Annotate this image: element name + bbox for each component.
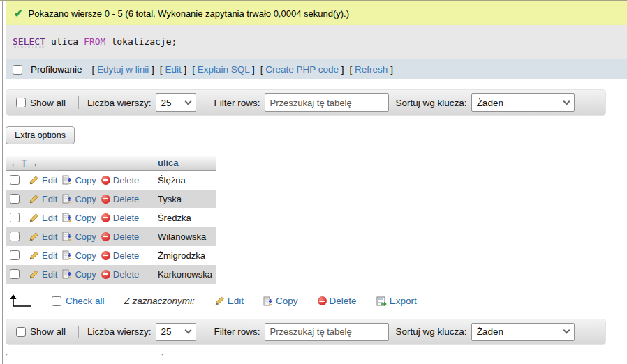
row-edit-button[interactable]: Edit bbox=[29, 232, 57, 242]
row-edit-button[interactable]: Edit bbox=[29, 250, 57, 261]
rows-count-label: Liczba wierszy: bbox=[87, 326, 152, 337]
selected-delete-button[interactable]: Delete bbox=[318, 296, 357, 306]
cell-ulica: Wilanowska bbox=[154, 227, 216, 246]
selected-copy-button[interactable]: Copy bbox=[263, 296, 298, 306]
bottom-filter-bar: Show all Liczba wierszy: 25 Filter rows:… bbox=[6, 319, 606, 345]
chevron-down-icon bbox=[184, 98, 191, 105]
profiling-link[interactable]: Edit bbox=[163, 64, 184, 75]
row-checkbox[interactable] bbox=[10, 250, 20, 260]
delete-icon bbox=[101, 232, 110, 241]
row-copy-button[interactable]: Copy bbox=[62, 194, 96, 204]
column-header-ulica[interactable]: ulica bbox=[154, 156, 216, 171]
filter-rows-label: Filter rows: bbox=[214, 326, 260, 337]
success-check-icon: ✔ bbox=[14, 7, 23, 20]
selected-export-button[interactable]: Export bbox=[376, 296, 417, 306]
pencil-icon bbox=[214, 296, 225, 306]
row-checkbox[interactable] bbox=[10, 213, 20, 222]
row-delete-button[interactable]: Delete bbox=[101, 232, 140, 242]
delete-icon bbox=[101, 176, 110, 185]
profiling-checkbox[interactable] bbox=[13, 65, 22, 75]
row-copy-button[interactable]: Copy bbox=[62, 175, 96, 185]
delete-icon bbox=[101, 251, 110, 260]
pencil-icon bbox=[29, 232, 39, 242]
row-delete-button[interactable]: Delete bbox=[101, 213, 140, 223]
row-delete-button[interactable]: Delete bbox=[101, 194, 140, 204]
table-row: EditCopyDeleteTyska bbox=[6, 190, 216, 208]
profiling-link[interactable]: Refresh bbox=[352, 64, 390, 75]
sort-key-select[interactable]: Żaden bbox=[471, 323, 575, 341]
check-all-checkbox[interactable] bbox=[52, 296, 61, 306]
row-copy-button[interactable]: Copy bbox=[62, 269, 96, 280]
divider bbox=[78, 326, 79, 338]
copy-icon bbox=[62, 194, 72, 204]
success-message-text: Pokazano wiersze 0 - 5 (6 total, Wykonan… bbox=[29, 8, 349, 19]
sql-query-box: SELECTulicaFROMlokalizacje; bbox=[6, 25, 627, 59]
cell-ulica: Żmigrodzka bbox=[154, 246, 216, 265]
row-edit-button[interactable]: Edit bbox=[29, 269, 57, 280]
pencil-icon bbox=[29, 269, 39, 280]
pencil-icon bbox=[29, 175, 39, 185]
sort-key-value: Żaden bbox=[477, 326, 503, 337]
results-table: ←T→ ulica EditCopyDeleteŚlężnaEditCopyDe… bbox=[6, 156, 216, 284]
copy-icon bbox=[62, 232, 72, 241]
cell-ulica: Ślężna bbox=[154, 171, 216, 190]
rows-count-label: Liczba wierszy: bbox=[87, 98, 152, 108]
delete-icon bbox=[101, 270, 110, 279]
show-all-checkbox[interactable] bbox=[16, 98, 26, 107]
show-all-checkbox[interactable] bbox=[16, 327, 26, 337]
row-delete-button[interactable]: Delete bbox=[101, 269, 140, 280]
table-body: EditCopyDeleteŚlężnaEditCopyDeleteTyskaE… bbox=[6, 171, 216, 284]
sort-key-value: Żaden bbox=[477, 98, 503, 108]
cell-ulica: Karkonowska bbox=[154, 265, 216, 284]
page-size-value: 25 bbox=[161, 326, 172, 337]
table-row: EditCopyDeleteŻmigrodzka bbox=[6, 246, 216, 265]
top-filter-bar: Show all Liczba wierszy: 25 Filter rows:… bbox=[6, 89, 606, 116]
query-box-partial bbox=[6, 354, 163, 362]
copy-icon bbox=[62, 250, 72, 260]
row-copy-button[interactable]: Copy bbox=[62, 213, 96, 223]
table-row: EditCopyDeleteWilanowska bbox=[6, 227, 216, 246]
sql-keyword-select[interactable]: SELECT bbox=[13, 36, 45, 47]
table-nav-header[interactable]: ←T→ bbox=[6, 156, 154, 171]
delete-icon bbox=[101, 195, 110, 204]
sort-key-label: Sortuj wg klucza: bbox=[396, 326, 467, 337]
filter-rows-input[interactable] bbox=[265, 323, 389, 341]
row-checkbox[interactable] bbox=[10, 175, 20, 185]
row-checkbox[interactable] bbox=[10, 232, 20, 241]
profiling-link[interactable]: Create PHP code bbox=[263, 64, 341, 75]
chevron-down-icon bbox=[563, 327, 570, 334]
delete-icon bbox=[101, 213, 110, 222]
filter-rows-input[interactable] bbox=[265, 93, 389, 112]
row-edit-button[interactable]: Edit bbox=[29, 194, 57, 204]
profiling-label: Profilowanie bbox=[31, 64, 82, 75]
extra-options-button[interactable]: Extra options bbox=[6, 126, 75, 144]
row-copy-button[interactable]: Copy bbox=[62, 250, 96, 261]
check-all-label: Check all bbox=[66, 296, 105, 306]
row-edit-button[interactable]: Edit bbox=[29, 213, 57, 223]
profiling-link[interactable]: Explain SQL bbox=[195, 64, 252, 75]
delete-icon bbox=[318, 296, 327, 305]
table-row: EditCopyDeleteKarkonowska bbox=[6, 265, 216, 284]
sort-key-select[interactable]: Żaden bbox=[471, 93, 575, 112]
row-checkbox[interactable] bbox=[10, 194, 20, 204]
show-all-label: Show all bbox=[30, 98, 66, 108]
left-border bbox=[2, 1, 3, 364]
page-size-select[interactable]: 25 bbox=[156, 323, 196, 341]
row-checkbox[interactable] bbox=[10, 269, 20, 279]
select-arrow-icon bbox=[8, 294, 32, 309]
page-size-select[interactable]: 25 bbox=[156, 93, 196, 112]
row-edit-button[interactable]: Edit bbox=[29, 175, 57, 185]
pencil-icon bbox=[29, 250, 39, 261]
page-size-value: 25 bbox=[161, 98, 172, 108]
table-row: EditCopyDeleteŚredzka bbox=[6, 208, 216, 227]
row-delete-button[interactable]: Delete bbox=[101, 250, 140, 261]
export-icon bbox=[376, 296, 387, 306]
check-all[interactable]: Check all bbox=[52, 296, 105, 306]
selected-edit-button[interactable]: Edit bbox=[214, 296, 244, 306]
show-all-label: Show all bbox=[30, 326, 66, 337]
row-copy-button[interactable]: Copy bbox=[62, 232, 96, 242]
copy-icon bbox=[62, 213, 72, 222]
row-delete-button[interactable]: Delete bbox=[101, 175, 140, 185]
pencil-icon bbox=[29, 213, 39, 223]
profiling-link[interactable]: Edytuj w linii bbox=[94, 64, 152, 75]
